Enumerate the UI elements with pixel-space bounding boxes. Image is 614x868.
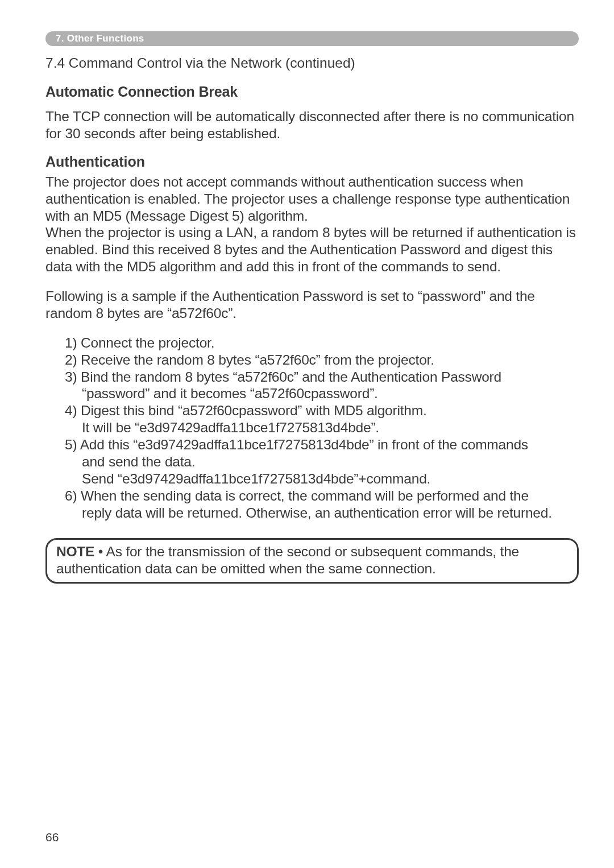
note-text: • As for the transmission of the second …: [56, 544, 519, 576]
auth-paragraph-1: The projector does not accept commands w…: [45, 173, 579, 225]
step-6-line1: 6) When the sending data is correct, the…: [63, 487, 579, 505]
step-5-line1: 5) Add this “e3d97429adffa11bce1f7275813…: [63, 436, 579, 453]
auth-paragraph-2: When the projector is using a LAN, a ran…: [45, 224, 579, 275]
step-5-line2: and send the data.: [63, 453, 579, 470]
auth-sample-intro: Following is a sample if the Authenticat…: [45, 288, 579, 322]
steps-list: 1) Connect the projector. 2) Receive the…: [45, 334, 579, 522]
step-4-line2: It will be “e3d97429adffa11bce1f7275813d…: [63, 419, 579, 436]
step-6-line2: reply data will be returned. Otherwise, …: [63, 505, 579, 522]
note-label: NOTE: [56, 544, 94, 559]
page-number: 66: [45, 830, 59, 844]
continuation-title: 7.4 Command Control via the Network (con…: [45, 55, 579, 71]
step-1: 1) Connect the projector.: [63, 334, 579, 352]
heading-authentication: Authentication: [45, 154, 579, 170]
heading-automatic-connection-break: Automatic Connection Break: [45, 84, 579, 100]
step-2: 2) Receive the random 8 bytes “a572f60c”…: [63, 352, 579, 369]
step-4-line1: 4) Digest this bind “a572f60cpassword” w…: [63, 402, 579, 419]
step-5-line3: Send “e3d97429adffa11bce1f7275813d4bde”+…: [63, 470, 579, 487]
step-3-line1: 3) Bind the random 8 bytes “a572f60c” an…: [63, 369, 579, 386]
section-tab: 7. Other Functions: [45, 31, 579, 46]
step-3-line2: “password” and it becomes “a572f60cpassw…: [63, 385, 579, 402]
acb-text: The TCP connection will be automatically…: [45, 108, 579, 142]
section-tab-label: 7. Other Functions: [56, 33, 144, 44]
note-box: NOTE • As for the transmission of the se…: [45, 538, 579, 584]
